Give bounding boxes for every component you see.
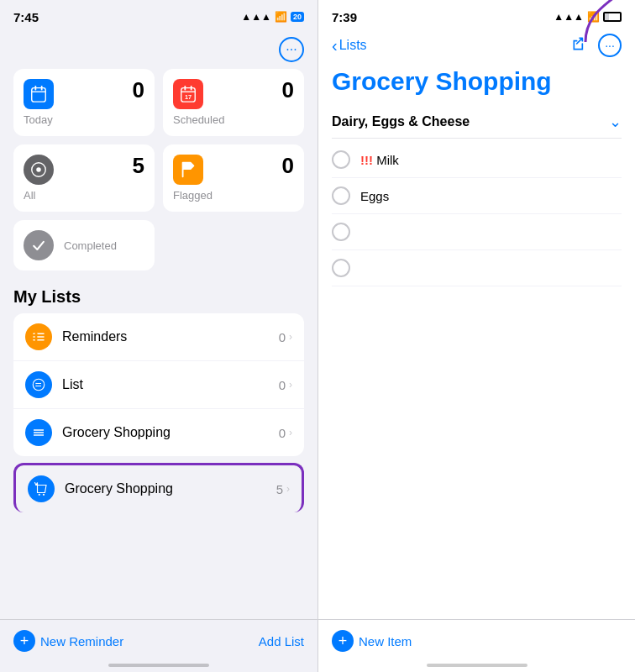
new-reminder-label: New Reminder xyxy=(40,634,123,648)
milk-text: !!! Milk xyxy=(360,153,399,167)
milk-flags: !!! xyxy=(360,153,376,167)
ellipsis-button[interactable]: ··· xyxy=(598,34,622,57)
left-status-icons: ▲▲▲ 📶 20 xyxy=(241,11,304,23)
top-actions: ··· xyxy=(13,37,304,62)
list-item[interactable]: List 0 › xyxy=(13,361,304,409)
grocery2-name: Grocery Shopping xyxy=(65,481,276,496)
chevron-icon: › xyxy=(289,427,292,438)
home-indicator xyxy=(108,664,209,667)
wifi-icon: 📶 xyxy=(587,11,600,23)
all-icon xyxy=(24,155,54,185)
all-label: All xyxy=(24,189,144,202)
svg-point-10 xyxy=(36,167,41,172)
svg-text:17: 17 xyxy=(185,93,192,101)
grocery1-icon xyxy=(25,419,52,446)
battery-badge: 20 xyxy=(291,12,304,22)
empty-checkbox-2[interactable] xyxy=(332,259,350,277)
completed-card[interactable]: Completed xyxy=(13,220,155,270)
lists-group: Reminders 0 › List 0 › xyxy=(13,313,304,456)
signal-icon: ▲▲▲ xyxy=(554,11,584,23)
new-item-button[interactable]: + New Item xyxy=(332,630,622,652)
reminders-icon xyxy=(25,323,52,350)
grocery2-list-item[interactable]: Grocery Shopping 5 › xyxy=(13,463,304,512)
all-count: 5 xyxy=(133,155,144,176)
add-list-button[interactable]: Add List xyxy=(259,634,304,648)
chevron-icon: › xyxy=(286,483,290,495)
scheduled-count: 0 xyxy=(282,79,294,101)
today-label: Today xyxy=(24,113,144,126)
list-item[interactable]: Grocery Shopping 0 › xyxy=(13,409,304,456)
svg-point-21 xyxy=(35,386,37,387)
svg-point-25 xyxy=(39,494,40,496)
flagged-icon xyxy=(173,155,203,185)
flagged-label: Flagged xyxy=(173,189,294,202)
dairy-section-header[interactable]: Dairy, Eggs & Cheese ⌄ xyxy=(332,106,622,139)
completed-label: Completed xyxy=(64,239,117,252)
scheduled-icon: 17 xyxy=(173,79,203,109)
summary-grid: 0 Today 17 0 Scheduled xyxy=(13,69,304,212)
my-lists-title: My Lists xyxy=(13,287,304,307)
svg-point-16 xyxy=(35,339,38,341)
svg-point-15 xyxy=(35,336,38,339)
plus-icon: + xyxy=(13,630,35,652)
section-chevron-icon: ⌄ xyxy=(609,113,622,131)
left-phone: 7:45 ▲▲▲ 📶 20 ··· 0 Today xyxy=(0,0,318,672)
back-label: Lists xyxy=(339,38,367,53)
eggs-text: Eggs xyxy=(360,189,389,203)
svg-point-26 xyxy=(43,494,45,496)
today-count: 0 xyxy=(133,79,144,101)
milk-checkbox[interactable] xyxy=(332,150,350,169)
chevron-icon: › xyxy=(289,379,292,391)
wifi-icon: 📶 xyxy=(275,11,287,23)
right-phone: 7:39 ▲▲▲ 📶 ‹ Lists xyxy=(318,0,635,672)
svg-rect-0 xyxy=(32,88,46,102)
back-chevron-icon: ‹ xyxy=(332,36,338,55)
grocery1-name: Grocery Shopping xyxy=(62,425,279,440)
right-content: Dairy, Eggs & Cheese ⌄ !!! Milk Eggs xyxy=(318,106,635,672)
right-time: 7:39 xyxy=(332,10,357,24)
empty-checkbox-1[interactable] xyxy=(332,223,350,241)
all-card[interactable]: 5 All xyxy=(13,144,155,212)
reminders-meta: 0 › xyxy=(279,330,292,344)
grocery-shopping-title: Grocery Shopping xyxy=(318,64,635,106)
list-name: List xyxy=(62,377,279,392)
left-status-bar: 7:45 ▲▲▲ 📶 20 xyxy=(0,0,318,30)
eggs-checkbox[interactable] xyxy=(332,186,350,205)
signal-icon: ▲▲▲ xyxy=(241,11,271,23)
today-card[interactable]: 0 Today xyxy=(13,69,155,136)
list-item[interactable]: Reminders 0 › xyxy=(13,313,304,361)
empty-item xyxy=(332,214,622,250)
svg-point-14 xyxy=(35,333,38,335)
grocery2-icon xyxy=(28,475,55,502)
new-item-label: New Item xyxy=(359,634,412,648)
add-list-label: Add List xyxy=(259,634,304,648)
dairy-section-title: Dairy, Eggs & Cheese xyxy=(332,114,470,129)
grocery2-meta: 5 › xyxy=(276,482,290,496)
reminders-name: Reminders xyxy=(62,329,279,344)
scheduled-card[interactable]: 17 0 Scheduled xyxy=(163,69,304,136)
empty-item xyxy=(332,250,622,286)
share-button[interactable] xyxy=(571,35,588,56)
left-scroll-content: ··· 0 Today 17 0 xyxy=(0,30,318,672)
completed-icon xyxy=(24,230,54,260)
grocery1-meta: 0 › xyxy=(279,426,292,440)
svg-point-20 xyxy=(35,383,37,385)
back-button[interactable]: ‹ Lists xyxy=(332,36,367,55)
flagged-count: 0 xyxy=(282,155,294,176)
list-meta: 0 › xyxy=(279,378,292,392)
ellipsis-button[interactable]: ··· xyxy=(279,37,304,62)
new-reminder-button[interactable]: + New Reminder xyxy=(13,630,123,652)
today-icon xyxy=(24,79,54,109)
right-status-bar: 7:39 ▲▲▲ 📶 xyxy=(318,0,635,30)
left-time: 7:45 xyxy=(13,10,39,24)
list-icon xyxy=(25,371,52,398)
chevron-icon: › xyxy=(289,331,292,343)
right-nav: ‹ Lists ··· xyxy=(318,30,635,64)
right-status-icons: ▲▲▲ 📶 xyxy=(554,11,622,23)
reminder-item: !!! Milk xyxy=(332,142,622,178)
reminder-item: Eggs xyxy=(332,178,622,214)
flagged-card[interactable]: 0 Flagged xyxy=(163,144,304,212)
scheduled-label: Scheduled xyxy=(173,113,294,126)
battery-icon xyxy=(603,12,622,22)
plus-icon: + xyxy=(332,630,354,652)
